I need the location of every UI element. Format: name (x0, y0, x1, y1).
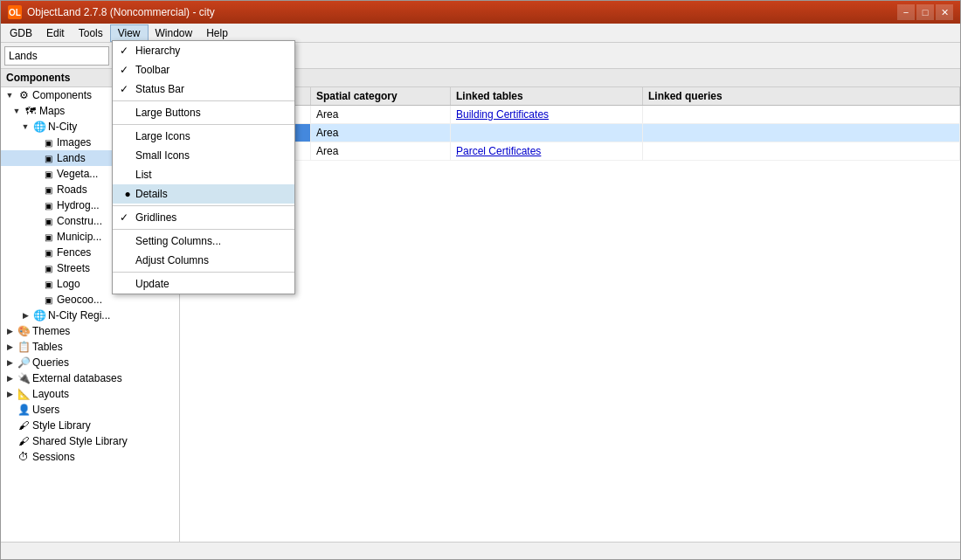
menu-option-gridlines[interactable]: ✓ Gridlines (113, 208, 294, 227)
themes-icon: 🎨 (17, 324, 31, 338)
vegetation-label: Vegeta... (57, 168, 98, 180)
logo-icon: ▣ (41, 277, 55, 291)
hydro-label: Hydrog... (57, 199, 100, 211)
menu-gdb[interactable]: GDB (3, 25, 39, 41)
col-header-spatial: Spatial category (311, 87, 451, 105)
title-bar-left: OL ObjectLand 2.7.8 (Noncommercial) - ci… (8, 5, 215, 19)
check-hierarchy: ✓ (120, 45, 135, 57)
menu-option-adjust-columns[interactable]: Adjust Columns (113, 251, 294, 270)
ncity-region-label: N-City Regi... (48, 309, 110, 321)
search-input[interactable] (4, 46, 109, 66)
constructions-label: Constru... (57, 215, 102, 227)
sidebar-item-queries[interactable]: ▶ 🔎 Queries (1, 355, 179, 370)
sidebar-item-extdb[interactable]: ▶ 🔌 External databases (1, 370, 179, 386)
sidebar-item-themes[interactable]: ▶ 🎨 Themes (1, 323, 179, 339)
ncity-region-icon: 🌐 (32, 308, 46, 322)
sidebar-item-users[interactable]: ▶ 👤 Users (1, 402, 179, 418)
label-adjust-columns: Adjust Columns (135, 254, 287, 266)
app-icon: OL (8, 5, 22, 19)
stylelib-label: Style Library (32, 419, 91, 432)
layouts-label: Layouts (32, 388, 69, 400)
breadcrumb: r: Lands of map: N-City (180, 69, 960, 87)
expand-maps[interactable]: ▼ (10, 104, 24, 118)
fences-icon: ▣ (41, 245, 55, 259)
sidebar-item-tables[interactable]: ▶ 📋 Tables (1, 339, 179, 355)
cell-linked-queries-2 (643, 124, 960, 142)
images-label: Images (57, 136, 91, 149)
sidebar-item-sessions[interactable]: ▶ ⏱ Sessions (1, 449, 179, 465)
menu-option-details[interactable]: ● Details (113, 184, 294, 204)
menu-window[interactable]: Window (149, 25, 200, 41)
minimize-button[interactable]: − (897, 4, 915, 20)
menu-option-setting-columns[interactable]: Setting Columns... (113, 232, 294, 251)
geocoo-icon: ▣ (41, 293, 55, 307)
menu-help[interactable]: Help (199, 25, 235, 41)
menu-option-toolbar[interactable]: ✓ Toolbar (113, 60, 294, 80)
queries-icon: 🔎 (17, 356, 31, 370)
sidebar-item-stylelib[interactable]: ▶ 🖌 Style Library (1, 418, 179, 433)
sessions-icon: ⏱ (17, 450, 31, 464)
sidebar-item-shared-stylelib[interactable]: ▶ 🖌 Shared Style Library (1, 433, 179, 449)
expand-layouts[interactable]: ▶ (3, 387, 17, 401)
label-large-icons: Large Icons (135, 130, 287, 142)
geocoo-label: Geocoo... (57, 294, 102, 306)
sidebar-item-layouts[interactable]: ▶ 📐 Layouts (1, 386, 179, 402)
restore-button[interactable]: □ (916, 4, 934, 20)
layouts-icon: 📐 (17, 387, 31, 401)
expand-ncity-region[interactable]: ▶ (18, 308, 32, 322)
constructions-icon: ▣ (41, 214, 55, 228)
expand-themes[interactable]: ▶ (3, 324, 17, 338)
fences-label: Fences (57, 246, 91, 259)
check-gridlines: ✓ (120, 211, 135, 224)
menu-divider-1 (113, 100, 294, 101)
themes-label: Themes (32, 325, 70, 337)
extdb-label: External databases (32, 372, 122, 384)
lands-icon: ▣ (41, 151, 55, 165)
expand-queries[interactable]: ▶ (3, 356, 17, 370)
shared-stylelib-label: Shared Style Library (32, 435, 128, 447)
menu-divider-3 (113, 205, 294, 206)
expand-tables[interactable]: ▶ (3, 340, 17, 354)
table-row[interactable]: Area Building Certificates (180, 106, 960, 124)
menu-tools[interactable]: Tools (72, 25, 110, 41)
table-row[interactable]: Area (180, 124, 960, 142)
components-label: Components (32, 89, 92, 101)
cell-spatial-2: Area (311, 124, 451, 142)
menu-option-hierarchy[interactable]: ✓ Hierarchy (113, 41, 294, 60)
streets-label: Streets (57, 262, 90, 274)
label-statusbar: Status Bar (135, 83, 287, 95)
ncity-icon: 🌐 (32, 120, 46, 134)
menu-option-small-icons[interactable]: Small Icons (113, 146, 294, 165)
menu-option-large-buttons[interactable]: Large Buttons (113, 103, 294, 122)
label-details: Details (135, 188, 287, 200)
menu-view[interactable]: View (110, 24, 149, 42)
menu-option-update[interactable]: Update (113, 274, 294, 294)
col-header-linked-tables: Linked tables (451, 87, 643, 105)
check-toolbar: ✓ (120, 64, 135, 76)
maps-icon: 🗺 (24, 104, 38, 118)
col-header-linked-queries: Linked queries (643, 87, 960, 105)
table-row[interactable]: Area Parcel Certificates (180, 142, 960, 161)
menu-edit[interactable]: Edit (39, 25, 72, 41)
expand-extdb[interactable]: ▶ (3, 371, 17, 385)
label-toolbar: Toolbar (135, 64, 287, 76)
sessions-label: Sessions (32, 451, 75, 463)
expand-components[interactable]: ▼ (3, 88, 17, 102)
cell-linked-tables-1: Building Certificates (451, 106, 643, 123)
label-large-buttons: Large Buttons (135, 107, 287, 119)
title-bar-controls: − □ ✕ (897, 4, 953, 20)
menu-option-statusbar[interactable]: ✓ Status Bar (113, 80, 294, 99)
menu-option-list[interactable]: List (113, 165, 294, 184)
close-button[interactable]: ✕ (936, 4, 953, 20)
users-label: Users (32, 404, 59, 416)
expand-ncity[interactable]: ▼ (18, 120, 32, 134)
menu-divider-2 (113, 124, 294, 125)
table-header: Spatial category Linked tables Linked qu… (180, 87, 960, 106)
cell-spatial-1: Area (311, 106, 451, 123)
hydro-icon: ▣ (41, 198, 55, 212)
tables-label: Tables (32, 341, 63, 353)
menu-option-large-icons[interactable]: Large Icons (113, 127, 294, 146)
municipal-label: Municip... (57, 231, 101, 243)
maps-label: Maps (39, 105, 65, 117)
sidebar-item-ncity-region[interactable]: ▶ 🌐 N-City Regi... (1, 308, 179, 323)
